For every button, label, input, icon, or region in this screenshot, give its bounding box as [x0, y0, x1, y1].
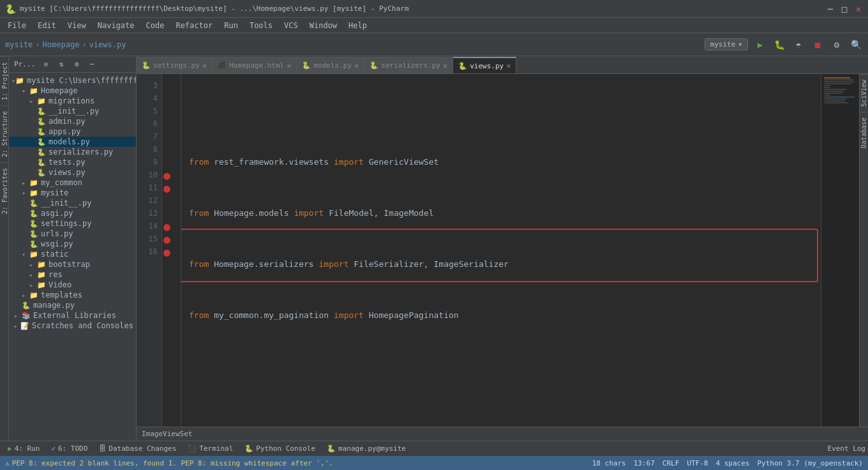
titlebar-controls: ─ □ ✕: [826, 4, 863, 13]
minimap-content: [821, 74, 859, 107]
python-icon: 🐍: [244, 444, 253, 453]
tab-models[interactable]: 🐍 models.py ✕: [297, 57, 364, 73]
close-button[interactable]: ✕: [854, 4, 863, 13]
toolbar-right: mysite ▾ ▶ 🐛 ☂ ■ ⚙ 🔍: [705, 38, 863, 52]
sidebar-project-tab[interactable]: Pr...: [11, 59, 38, 70]
statusbar-left: ⚠ PEP 8: expected 2 blank lines, found 1…: [5, 459, 333, 467]
close-views-tab[interactable]: ✕: [506, 61, 511, 70]
tree-asgi[interactable]: 🐍 asgi.py: [9, 208, 136, 218]
python-console-tab[interactable]: 🐍 Python Console: [239, 443, 320, 454]
cursor-position[interactable]: 13:67: [634, 459, 655, 467]
function-name: ImageViewSet: [142, 430, 192, 438]
code-gutter: ● ● ● ● ●: [162, 74, 181, 427]
sidebar-sync-btn[interactable]: ⊙: [39, 57, 53, 72]
titlebar: 🐍 mysite [C:\Users\ffffffffffffffff\Desk…: [0, 0, 868, 18]
menu-navigate[interactable]: Navigate: [93, 20, 140, 31]
close-models-tab[interactable]: ✕: [354, 61, 359, 70]
interpreter-info[interactable]: Python 3.7 (my_openstack): [757, 459, 863, 467]
tree-scratches[interactable]: ▸ 📝 Scratches and Consoles: [9, 321, 136, 331]
menu-edit[interactable]: Edit: [33, 20, 61, 31]
bottom-toolbar-right: Event Log: [827, 444, 865, 453]
pep8-warning: PEP 8: expected 2 blank lines, found 1. …: [12, 459, 333, 467]
tree-apps[interactable]: 🐍 apps.py: [9, 126, 136, 137]
tree-tests[interactable]: 🐍 tests.py: [9, 157, 136, 167]
line-ending[interactable]: CRLF: [662, 459, 680, 467]
tree-templates[interactable]: ▸ 📁 templates: [9, 290, 136, 300]
maximize-button[interactable]: □: [840, 4, 849, 13]
search-button[interactable]: 🔍: [849, 38, 863, 52]
sidebar-hide-btn[interactable]: ─: [85, 57, 99, 72]
tree-admin[interactable]: 🐍 admin.py: [9, 116, 136, 126]
favorites-tab[interactable]: 2: Favorites: [0, 162, 8, 219]
close-settings-tab[interactable]: ✕: [202, 61, 207, 70]
menu-tools[interactable]: Tools: [244, 20, 278, 31]
menubar: File Edit View Navigate Code Refactor Ru…: [0, 18, 868, 33]
menu-refactor[interactable]: Refactor: [170, 20, 218, 31]
run-config-selector[interactable]: mysite ▾: [705, 38, 748, 50]
tree-urls[interactable]: 🐍 urls.py: [9, 229, 136, 239]
tab-homepage-html[interactable]: ⬛ Homepage.html ✕: [213, 57, 297, 73]
menu-file[interactable]: File: [3, 20, 31, 31]
terminal-tab[interactable]: ⬛ Terminal: [183, 443, 238, 454]
database-tab[interactable]: Database: [859, 112, 868, 153]
tree-homepage[interactable]: ▾ 📁 Homepage: [9, 86, 136, 96]
settings-button[interactable]: ⚙: [830, 38, 844, 52]
tab-settings[interactable]: 🐍 settings.py ✕: [137, 57, 213, 73]
stop-button[interactable]: ■: [811, 38, 825, 52]
structure-tab[interactable]: 2: Structure: [0, 105, 8, 162]
tab-views[interactable]: 🐍 views.py ✕: [453, 57, 516, 73]
run-with-coverage-button[interactable]: ☂: [791, 38, 805, 52]
debug-button[interactable]: 🐛: [772, 38, 786, 52]
menu-run[interactable]: Run: [219, 20, 243, 31]
code-editor[interactable]: 3 4 5 6 7 8 9 10 11 12 13 14 15 16: [137, 74, 868, 427]
event-log-link[interactable]: Event Log: [827, 444, 865, 453]
char-count: 18 chars: [592, 459, 626, 467]
run-tab[interactable]: ▶ 4: Run: [3, 443, 45, 454]
tree-manage[interactable]: 🐍 manage.py: [9, 300, 136, 310]
minimize-button[interactable]: ─: [826, 4, 835, 13]
menu-window[interactable]: Window: [304, 20, 342, 31]
breadcrumb-homepage[interactable]: Homepage: [43, 40, 80, 49]
encoding[interactable]: UTF-8: [687, 459, 708, 467]
menu-vcs[interactable]: VCS: [279, 20, 303, 31]
project-tab[interactable]: 1: Project: [0, 56, 8, 105]
tree-video[interactable]: ▸ 📁 Video: [9, 280, 136, 290]
menu-view[interactable]: View: [63, 20, 91, 31]
database-changes-tab[interactable]: 🗄 Database Changes: [94, 443, 181, 454]
tree-migrations[interactable]: ▸ 📁 migrations: [9, 96, 136, 106]
indent-setting[interactable]: 4 spaces: [715, 459, 749, 467]
sidebar-expand-btn[interactable]: ⇅: [54, 57, 68, 72]
tree-init-homepage[interactable]: 🐍 __init__.py: [9, 106, 136, 116]
tree-static[interactable]: ▾ 📁 static: [9, 249, 136, 259]
menu-code[interactable]: Code: [141, 20, 170, 31]
bottom-toolbar: ▶ 4: Run ✓ 6: TODO 🗄 Database Changes ⬛ …: [0, 441, 868, 456]
breadcrumb-views[interactable]: views.py: [89, 40, 126, 49]
tree-mysite-pkg[interactable]: ▾ 📁 mysite: [9, 188, 136, 198]
tree-serializers[interactable]: 🐍 serializers.py: [9, 147, 136, 157]
tree-views[interactable]: 🐍 views.py: [9, 167, 136, 178]
tree-settings[interactable]: 🐍 settings.py: [9, 218, 136, 229]
code-content[interactable]: from rest_framework.viewsets import Gene…: [181, 74, 821, 427]
tree-models[interactable]: 🐍 models.py: [9, 137, 136, 147]
right-side-panels: SciView Database: [859, 74, 868, 427]
menu-help[interactable]: Help: [343, 20, 372, 31]
breadcrumb: mysite › Homepage › views.py: [5, 40, 126, 49]
tree-init-mysite[interactable]: 🐍 __init__.py: [9, 198, 136, 208]
breakpoint-icon-15: ●: [163, 232, 170, 246]
tree-my-common[interactable]: ▸ 📁 my_common: [9, 178, 136, 188]
tree-external-libs[interactable]: ▸ 📚 External Libraries: [9, 310, 136, 321]
tree-bootstrap[interactable]: ▸ 📁 bootstrap: [9, 259, 136, 269]
tree-res[interactable]: ▸ 📁 res: [9, 269, 136, 280]
scrollview-tab[interactable]: SciView: [859, 74, 868, 112]
run-config-label: mysite: [710, 40, 736, 49]
close-serializers-tab[interactable]: ✕: [443, 61, 447, 70]
close-homepage-tab[interactable]: ✕: [287, 61, 291, 70]
todo-tab[interactable]: ✓ 6: TODO: [46, 443, 93, 454]
tab-serializers[interactable]: 🐍 serializers.py ✕: [364, 57, 453, 73]
breadcrumb-mysite[interactable]: mysite: [5, 40, 33, 49]
tree-root-mysite[interactable]: ▾ 📁 mysite C:\Users\ffffffff: [9, 75, 136, 86]
manage-py-tab[interactable]: 🐍 manage.py@mysite: [322, 443, 411, 454]
tree-wsgi[interactable]: 🐍 wsgi.py: [9, 239, 136, 249]
sidebar-settings-btn[interactable]: ⚙: [70, 57, 84, 72]
run-button[interactable]: ▶: [753, 38, 767, 52]
